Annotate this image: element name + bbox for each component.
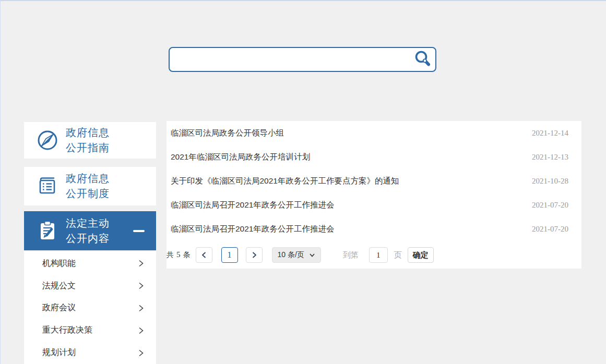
search-button[interactable] bbox=[410, 48, 435, 70]
list-item[interactable]: 临淄区司法局召开2021年政务公开工作推进会 2021-07-20 bbox=[167, 217, 581, 241]
page-size-label: 10 条/页 bbox=[278, 250, 304, 260]
list-item[interactable]: 2021年临淄区司法局政务公开培训计划 2021-12-13 bbox=[167, 145, 581, 169]
article-title-link[interactable]: 临淄区司法局召开2021年政务公开工作推进会 bbox=[171, 224, 532, 235]
article-date: 2021-07-20 bbox=[532, 225, 568, 234]
submenu-item-label: 政府会议 bbox=[42, 302, 76, 313]
submenu-item-label: 机构职能 bbox=[42, 258, 76, 269]
search-input[interactable] bbox=[170, 48, 410, 71]
sidebar: 政府信息 公开指南 政府信息 公开制度 bbox=[24, 122, 156, 364]
chevron-down-icon bbox=[309, 252, 315, 258]
sidebar-item-gov-info-system[interactable]: 政府信息 公开制度 bbox=[24, 167, 156, 205]
submenu-item-major-decisions[interactable]: 重大行政决策 bbox=[24, 319, 156, 342]
submenu-item-regulations[interactable]: 法规公文 bbox=[24, 275, 156, 297]
document-list-icon bbox=[35, 174, 60, 198]
search-icon bbox=[413, 50, 433, 69]
sidebar-item-label: 法定主动 公开内容 bbox=[66, 216, 110, 246]
chevron-right-icon bbox=[137, 349, 145, 357]
pagination-bar: 共5条 1 10 条/页 到第 页 确定 bbox=[167, 247, 581, 263]
article-date: 2021-12-13 bbox=[532, 153, 568, 162]
search-bar bbox=[169, 47, 436, 72]
current-page-button[interactable]: 1 bbox=[221, 247, 238, 263]
article-title-link[interactable]: 关于印发《临淄区司法局2021年政务公开工作要点方案》的通知 bbox=[171, 176, 532, 187]
article-list-panel: 临淄区司法局政务公开领导小组 2021-12-14 2021年临淄区司法局政务公… bbox=[167, 121, 581, 269]
jump-to-page-label: 到第 bbox=[343, 250, 359, 260]
sidebar-item-label: 政府信息 公开指南 bbox=[66, 125, 110, 155]
submenu-item-org-functions[interactable]: 机构职能 bbox=[24, 252, 156, 275]
article-date: 2021-12-14 bbox=[532, 129, 568, 138]
page-size-dropdown[interactable]: 10 条/页 bbox=[272, 247, 321, 263]
chevron-right-icon bbox=[137, 304, 145, 312]
sidebar-item-gov-info-guide[interactable]: 政府信息 公开指南 bbox=[24, 122, 156, 159]
sidebar-item-statutory-disclosure[interactable]: 法定主动 公开内容 bbox=[24, 211, 156, 250]
submenu-item-label: 法规公文 bbox=[42, 281, 76, 292]
list-item[interactable]: 关于印发《临淄区司法局2021年政务公开工作要点方案》的通知 2021-10-2… bbox=[167, 169, 581, 193]
article-date: 2021-10-28 bbox=[532, 177, 568, 186]
chevron-left-icon bbox=[201, 251, 207, 259]
article-title-link[interactable]: 临淄区司法局召开2021年政务公开工作推进会 bbox=[171, 200, 532, 211]
article-title-link[interactable]: 临淄区司法局政务公开领导小组 bbox=[171, 128, 532, 139]
article-date: 2021-07-20 bbox=[532, 201, 568, 210]
chevron-right-icon bbox=[137, 259, 145, 268]
chevron-right-icon bbox=[137, 282, 145, 290]
next-page-button[interactable] bbox=[246, 247, 263, 263]
sidebar-item-label: 政府信息 公开制度 bbox=[66, 171, 110, 201]
prev-page-button[interactable] bbox=[196, 247, 212, 263]
compass-icon bbox=[35, 128, 60, 152]
sidebar-submenu: 机构职能 法规公文 政府会议 重大行政决策 bbox=[24, 251, 156, 364]
jump-page-input[interactable] bbox=[369, 247, 388, 263]
article-title-link[interactable]: 2021年临淄区司法局政务公开培训计划 bbox=[171, 152, 532, 163]
confirm-button[interactable]: 确定 bbox=[408, 247, 434, 263]
total-count-number: 5 bbox=[176, 250, 181, 259]
chevron-right-icon bbox=[137, 326, 145, 335]
list-item[interactable]: 临淄区司法局政务公开领导小组 2021-12-14 bbox=[167, 121, 581, 145]
page: 政府信息 公开指南 政府信息 公开制度 bbox=[0, 0, 606, 364]
page-unit-label: 页 bbox=[394, 250, 402, 260]
submenu-item-gov-meetings[interactable]: 政府会议 bbox=[24, 297, 156, 320]
submenu-item-label: 规划计划 bbox=[42, 347, 76, 358]
clipboard-pencil-icon bbox=[35, 219, 60, 243]
submenu-item-label: 重大行政决策 bbox=[42, 325, 92, 336]
chevron-right-icon bbox=[251, 251, 257, 259]
list-item[interactable]: 临淄区司法局召开2021年政务公开工作推进会 2021-07-20 bbox=[167, 193, 581, 217]
submenu-item-planning[interactable]: 规划计划 bbox=[24, 342, 156, 364]
total-count-text: 共5条 bbox=[167, 250, 191, 260]
collapse-minus-icon bbox=[133, 230, 145, 232]
